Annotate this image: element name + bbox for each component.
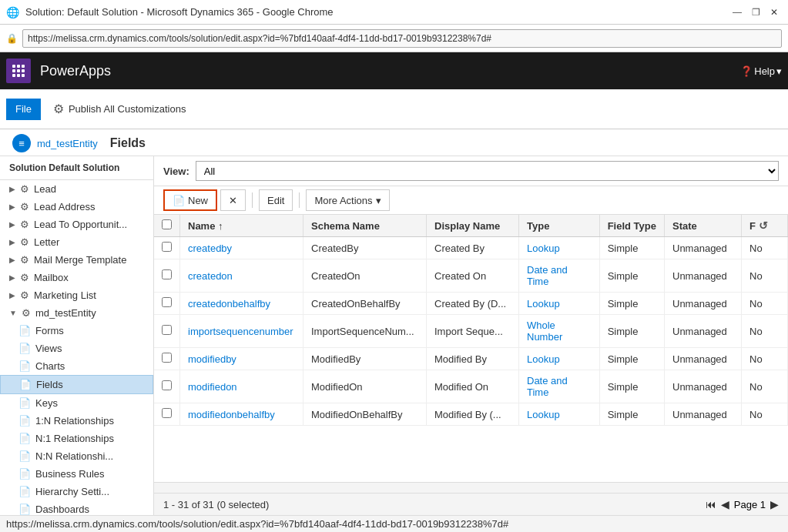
- table-row[interactable]: createdonbehalfbyCreatedOnBehalfByCreate…: [154, 293, 788, 315]
- row-checkbox[interactable]: [162, 269, 172, 279]
- cell-link-name[interactable]: modifiedon: [188, 381, 237, 393]
- cell-name[interactable]: importsequencenumber: [180, 315, 303, 348]
- table-row[interactable]: modifiedonbehalfbyModifiedOnBehalfByModi…: [154, 403, 788, 426]
- refresh-icon[interactable]: ↺: [759, 219, 768, 232]
- sidebar-item-label: Business Rules: [35, 468, 105, 480]
- sidebar-item-charts[interactable]: 📄Charts: [0, 357, 153, 375]
- sidebar-item-business-rules[interactable]: 📄Business Rules: [0, 465, 153, 483]
- minimize-btn[interactable]: —: [729, 5, 745, 20]
- cell-link-type[interactable]: Date and Time: [527, 375, 568, 398]
- sidebar-item-lead-to-opp[interactable]: ▶⚙Lead To Opportunit...: [0, 216, 153, 233]
- cell-link-type[interactable]: Lookup: [527, 409, 560, 420]
- cell-link-type[interactable]: Lookup: [527, 298, 560, 309]
- sidebar-item-keys[interactable]: 📄Keys: [0, 394, 153, 412]
- row-checkbox[interactable]: [162, 408, 172, 418]
- file-button[interactable]: File: [6, 99, 41, 120]
- item-type-icon: 📄: [18, 360, 31, 372]
- sidebar-item-lead[interactable]: ▶⚙Lead: [0, 180, 153, 198]
- edit-button[interactable]: Edit: [259, 189, 293, 211]
- select-all-checkbox[interactable]: [162, 219, 172, 229]
- waffle-menu-button[interactable]: [6, 59, 31, 83]
- row-checkbox[interactable]: [162, 353, 172, 363]
- sidebar-item-mailbox[interactable]: ▶⚙Mailbox: [0, 269, 153, 286]
- first-page-button[interactable]: ⏮: [706, 498, 716, 510]
- table-row[interactable]: importsequencenumberImportSequenceNum...…: [154, 315, 788, 348]
- help-button[interactable]: ❓ Help ▾: [740, 65, 782, 77]
- cell-link-name[interactable]: modifiedonbehalfby: [188, 409, 275, 420]
- col-name[interactable]: Name ↑: [180, 215, 303, 237]
- breadcrumb-entity-link[interactable]: md_testEntity: [37, 138, 98, 149]
- next-page-button[interactable]: ▶: [770, 498, 779, 510]
- expand-icon[interactable]: ▶: [9, 185, 15, 193]
- cell-link-name[interactable]: modifiedby: [188, 353, 236, 365]
- sidebar-item-views[interactable]: 📄Views: [0, 340, 153, 357]
- view-select[interactable]: All: [196, 161, 779, 181]
- horizontal-scrollbar[interactable]: [154, 482, 788, 493]
- cell-link-name[interactable]: createdonbehalfby: [188, 298, 270, 309]
- cell-link-type[interactable]: Lookup: [527, 353, 560, 365]
- expand-icon[interactable]: ▶: [9, 202, 15, 211]
- prev-page-button[interactable]: ◀: [721, 498, 729, 510]
- cell-name[interactable]: modifiedby: [180, 348, 303, 370]
- col-state[interactable]: State: [665, 215, 742, 237]
- sidebar-item-mail-merge[interactable]: ▶⚙Mail Merge Template: [0, 251, 153, 269]
- sidebar-item-nn-relationships[interactable]: 📄N:N Relationshi...: [0, 447, 153, 465]
- cell-link-type[interactable]: Lookup: [527, 243, 560, 254]
- delete-button[interactable]: ✕: [220, 189, 246, 211]
- sidebar-item-marketing-list[interactable]: ▶⚙Marketing List: [0, 286, 153, 304]
- expand-icon[interactable]: ▶: [9, 238, 15, 246]
- cell-fieldType: Simple: [599, 315, 664, 348]
- fields-table-container[interactable]: Name ↑ Schema Name Display Name Type Fie…: [154, 215, 788, 482]
- expand-icon[interactable]: ▶: [9, 273, 15, 282]
- expand-icon[interactable]: ▶: [9, 220, 15, 229]
- sidebar-item-forms[interactable]: 📄Forms: [0, 322, 153, 340]
- new-button[interactable]: 📄 New: [163, 189, 217, 211]
- table-row[interactable]: modifiedonModifiedOnModified OnDate and …: [154, 370, 788, 403]
- col-field-type[interactable]: Field Type: [599, 215, 664, 237]
- sidebar-item-dashboards[interactable]: 📄Dashboards: [0, 500, 153, 515]
- table-row[interactable]: createdbyCreatedByCreated ByLookupSimple…: [154, 237, 788, 259]
- sidebar-item-lead-address[interactable]: ▶⚙Lead Address: [0, 198, 153, 216]
- cell-link-name[interactable]: createdon: [188, 270, 233, 282]
- col-display-name[interactable]: Display Name: [427, 215, 519, 237]
- cell-name[interactable]: createdby: [180, 237, 303, 259]
- cell-name[interactable]: createdon: [180, 259, 303, 293]
- cell-name[interactable]: modifiedon: [180, 370, 303, 403]
- sidebar-item-fields[interactable]: 📄Fields: [0, 375, 153, 394]
- cell-name[interactable]: createdonbehalfby: [180, 293, 303, 315]
- expand-icon[interactable]: ▶: [9, 256, 15, 264]
- more-actions-button[interactable]: More Actions ▾: [306, 189, 389, 211]
- cell-state: Unmanaged: [665, 315, 742, 348]
- close-btn[interactable]: ✕: [766, 5, 782, 20]
- sidebar-item-n1-relationships[interactable]: 📄N:1 Relationships: [0, 430, 153, 447]
- edit-label: Edit: [267, 195, 284, 206]
- row-checkbox[interactable]: [162, 380, 172, 390]
- more-actions-arrow-icon: ▾: [376, 195, 381, 206]
- restore-btn[interactable]: ❐: [748, 5, 763, 20]
- sidebar-item-1n-relationships[interactable]: 📄1:N Relationships: [0, 412, 153, 430]
- address-input[interactable]: [22, 29, 782, 48]
- cell-link-name[interactable]: importsequencenumber: [188, 326, 293, 337]
- row-checkbox[interactable]: [162, 297, 172, 307]
- cell-link-type[interactable]: Date and Time: [527, 264, 568, 287]
- publish-button[interactable]: ⚙ Publish All Customizations: [53, 102, 186, 116]
- row-checkbox[interactable]: [162, 325, 172, 335]
- cell-name[interactable]: modifiedonbehalfby: [180, 403, 303, 426]
- sidebar-item-md-test-entity[interactable]: ▼⚙md_testEntity: [0, 304, 153, 322]
- expand-icon[interactable]: ▼: [9, 309, 17, 317]
- col-type[interactable]: Type: [519, 215, 600, 237]
- sidebar-item-letter[interactable]: ▶⚙Letter: [0, 233, 153, 251]
- col-checkbox[interactable]: [154, 215, 180, 237]
- cell-link-name[interactable]: createdby: [188, 243, 232, 254]
- new-icon: 📄: [173, 195, 185, 206]
- window-controls: — ❐ ✕: [729, 5, 782, 20]
- table-row[interactable]: createdonCreatedOnCreated OnDate and Tim…: [154, 259, 788, 293]
- sidebar-item-hierarchy-settings[interactable]: 📄Hierarchy Setti...: [0, 483, 153, 500]
- pagination: ⏮ ◀ Page 1 ▶: [706, 498, 779, 510]
- cell-link-type[interactable]: Whole Number: [527, 320, 562, 343]
- expand-icon[interactable]: ▶: [9, 291, 15, 299]
- table-row[interactable]: modifiedbyModifiedByModified ByLookupSim…: [154, 348, 788, 370]
- col-f[interactable]: F ↺: [742, 215, 788, 237]
- row-checkbox[interactable]: [162, 242, 172, 252]
- col-schema-name[interactable]: Schema Name: [303, 215, 427, 237]
